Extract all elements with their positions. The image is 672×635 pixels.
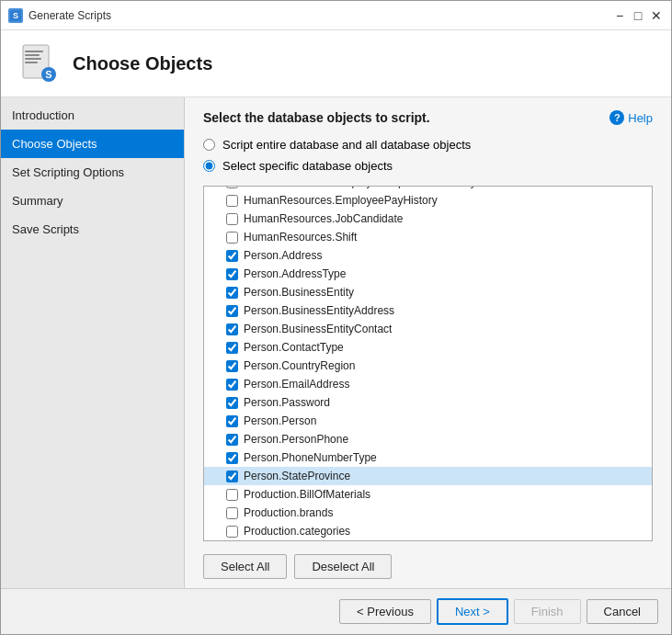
window-controls: − □ ✕	[612, 8, 664, 23]
deselect-all-button[interactable]: Deselect All	[294, 554, 392, 579]
previous-button[interactable]: < Previous	[339, 599, 431, 624]
list-item-label: Person.BusinessEntityAddress	[244, 304, 394, 317]
header-icon: S	[16, 41, 60, 85]
list-item-checkbox-7[interactable]	[226, 305, 238, 317]
sidebar-item-introduction[interactable]: Introduction	[1, 101, 184, 130]
svg-text:S: S	[45, 69, 51, 80]
list-item: HumanResources.Shift	[204, 228, 652, 246]
object-list-container: HumanResources.EmployeeDepartmentHistory…	[203, 186, 653, 541]
list-item-label: Person.StateProvince	[244, 470, 350, 482]
sidebar-item-choose-objects[interactable]: Choose Objects	[1, 130, 184, 158]
bottom-buttons: Select All Deselect All	[185, 549, 671, 588]
list-item-label: Production.brands	[244, 506, 333, 519]
list-item-checkbox-13[interactable]	[226, 415, 238, 427]
list-item-label: HumanResources.EmployeeDepartmentHistory	[244, 187, 476, 188]
list-item-checkbox-8[interactable]	[226, 323, 238, 335]
radio-group: Script entire database and all database …	[185, 132, 671, 186]
list-item-label: HumanResources.EmployeePayHistory	[244, 194, 438, 207]
list-item: Person.EmailAddress	[204, 375, 652, 393]
finish-button[interactable]: Finish	[514, 599, 581, 624]
list-item-checkbox-18[interactable]	[226, 507, 238, 519]
list-item: Production.categories	[204, 522, 652, 540]
footer: < Previous Next > Finish Cancel	[1, 588, 671, 634]
list-item-label: HumanResources.Shift	[244, 231, 357, 244]
list-item-checkbox-5[interactable]	[226, 268, 238, 280]
list-item-checkbox-16[interactable]	[226, 471, 238, 482]
list-item-label: Person.PhoneNumberType	[244, 451, 377, 464]
list-item-checkbox-15[interactable]	[226, 452, 238, 464]
list-item: Person.BusinessEntityAddress	[204, 301, 652, 320]
sidebar-item-set-scripting-options[interactable]: Set Scripting Options	[1, 158, 184, 187]
list-item-label: Person.AddressType	[244, 267, 346, 280]
content-area: Introduction Choose Objects Set Scriptin…	[1, 97, 671, 588]
list-item: Person.PhoneNumberType	[204, 448, 652, 467]
list-item: Person.Password	[204, 393, 652, 412]
main-window: S Generate Scripts − □ ✕ S Choose Object…	[0, 0, 672, 635]
sidebar: Introduction Choose Objects Set Scriptin…	[1, 97, 185, 588]
list-item-checkbox-1[interactable]	[226, 195, 238, 207]
list-item: Person.Address	[204, 246, 652, 265]
list-item-checkbox-14[interactable]	[226, 434, 238, 446]
list-item-label: Person.Address	[244, 249, 322, 262]
list-item: Person.BusinessEntity	[204, 283, 652, 301]
sidebar-item-summary[interactable]: Summary	[1, 187, 184, 215]
list-item-checkbox-4[interactable]	[226, 250, 238, 262]
list-item-checkbox-19[interactable]	[226, 526, 238, 538]
header: S Choose Objects	[1, 30, 671, 97]
sidebar-item-save-scripts[interactable]: Save Scripts	[1, 215, 184, 244]
maximize-button[interactable]: □	[631, 8, 645, 23]
list-item: Production.BillOfMaterials	[204, 485, 652, 504]
header-title: Choose Objects	[73, 53, 212, 74]
list-item-label: Person.CountryRegion	[244, 359, 355, 372]
list-item: Production.brands	[204, 504, 652, 522]
list-item-checkbox-0[interactable]	[226, 187, 238, 188]
radio-entire-database-input[interactable]	[203, 139, 215, 151]
list-item: Person.Person	[204, 412, 652, 430]
list-item: HumanResources.JobCandidate	[204, 210, 652, 228]
main-top: Select the database objects to script. ?…	[185, 97, 671, 132]
list-item-label: Person.ContactType	[244, 341, 344, 354]
radio-specific-objects-input[interactable]	[203, 160, 215, 172]
list-item: HumanResources.EmployeePayHistory	[204, 191, 652, 210]
svg-rect-6	[25, 62, 38, 63]
list-item: Person.StateProvince	[204, 467, 652, 485]
svg-rect-3	[25, 51, 43, 52]
select-all-button[interactable]: Select All	[203, 554, 287, 579]
list-item-checkbox-17[interactable]	[226, 489, 238, 501]
next-button[interactable]: Next >	[437, 598, 508, 625]
radio-specific-objects[interactable]: Select specific database objects	[203, 159, 653, 173]
list-item-label: Person.PersonPhone	[244, 433, 348, 446]
title-bar: S Generate Scripts − □ ✕	[1, 1, 671, 30]
help-icon: ?	[609, 110, 624, 125]
list-item-label: Person.EmailAddress	[244, 378, 349, 391]
list-item: Person.PersonPhone	[204, 430, 652, 448]
list-item-checkbox-12[interactable]	[226, 397, 238, 409]
list-item: Person.BusinessEntityContact	[204, 320, 652, 338]
list-item-label: Person.BusinessEntity	[244, 286, 354, 299]
app-icon: S	[8, 8, 23, 23]
object-list-scroll[interactable]: HumanResources.EmployeeDepartmentHistory…	[204, 187, 652, 540]
list-item-label: Production.categories	[244, 525, 350, 538]
list-item-label: Person.Password	[244, 396, 330, 409]
list-item-checkbox-6[interactable]	[226, 287, 238, 299]
list-item-checkbox-2[interactable]	[226, 213, 238, 225]
window-title: Generate Scripts	[28, 9, 612, 22]
list-item-checkbox-9[interactable]	[226, 342, 238, 354]
radio-entire-database[interactable]: Script entire database and all database …	[203, 138, 653, 152]
list-item-label: Production.BillOfMaterials	[244, 488, 370, 501]
list-item: Person.CountryRegion	[204, 357, 652, 375]
main-instruction: Select the database objects to script.	[203, 110, 430, 125]
main-panel: Select the database objects to script. ?…	[185, 97, 671, 588]
list-item-checkbox-11[interactable]	[226, 379, 238, 391]
svg-rect-5	[25, 58, 41, 60]
list-item-label: Person.Person	[244, 414, 316, 427]
list-item-label: Person.BusinessEntityContact	[244, 323, 392, 335]
cancel-button[interactable]: Cancel	[587, 599, 658, 624]
close-button[interactable]: ✕	[649, 8, 664, 23]
list-item-label: HumanResources.JobCandidate	[244, 212, 403, 225]
list-item-checkbox-10[interactable]	[226, 360, 238, 372]
minimize-button[interactable]: −	[612, 8, 627, 23]
list-item: Person.ContactType	[204, 338, 652, 357]
list-item-checkbox-3[interactable]	[226, 232, 238, 244]
help-link[interactable]: ? Help	[609, 110, 653, 125]
